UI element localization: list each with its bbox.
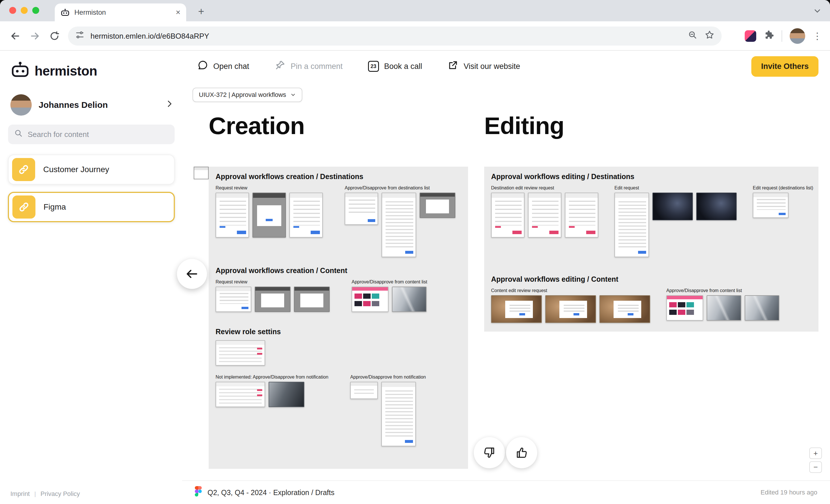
screen-thumbnail-photo-gray[interactable] <box>707 295 741 321</box>
thumbnail-row <box>345 193 455 257</box>
cluster-label: Approve/Disapprove from content list <box>352 279 427 285</box>
forward-button[interactable] <box>28 29 42 43</box>
screen-thumbnail-cat[interactable] <box>491 295 542 323</box>
screen-thumbnail-dark-modal[interactable] <box>252 193 286 238</box>
screen-thumbnail-table-wide[interactable] <box>216 340 265 366</box>
user-profile-row[interactable]: Johannes Delion <box>10 94 174 116</box>
screen-thumbnail-wide-form[interactable] <box>753 193 789 218</box>
footer-link-privacy-policy[interactable]: Privacy Policy <box>40 490 80 498</box>
sidebar-items: Customer JourneyFigma <box>8 155 174 222</box>
workflow-group: Approval workflows creation / ContentReq… <box>216 266 461 312</box>
figma-page-selector[interactable]: UIUX-372 | Approval workflows <box>193 88 302 102</box>
screen-thumbnail-browser-form-pink[interactable] <box>565 193 598 238</box>
screen-thumbnail-table-wide[interactable] <box>216 382 265 407</box>
screen-thumbnail-cat[interactable] <box>600 295 650 323</box>
screen-thumbnail-mini-window[interactable] <box>350 382 378 399</box>
url-text[interactable]: hermiston.emlen.io/d/e6BO84aRPY <box>91 32 682 41</box>
thumbs-up-button[interactable] <box>506 437 537 468</box>
chevron-right-icon[interactable] <box>165 99 174 111</box>
extensions-puzzle-icon[interactable] <box>764 30 774 42</box>
zoom-out-button[interactable]: − <box>809 461 822 473</box>
screen-thumbnail-wide-dark[interactable] <box>294 287 330 312</box>
thumb-cluster: Approve/Disapprove from destinations lis… <box>345 185 455 257</box>
toolbar-action-label: Pin a comment <box>291 62 343 71</box>
screen-thumbnail-wide-dark[interactable] <box>255 287 290 312</box>
cluster-label: Approve/Disapprove from content list <box>666 288 779 293</box>
footer-link-imprint[interactable]: Imprint <box>10 490 30 498</box>
screen-thumbnail-browser-form-pink[interactable] <box>528 193 562 238</box>
site-settings-icon[interactable] <box>75 30 85 42</box>
group-title: Approval workflows editing / Destination… <box>491 172 811 181</box>
browser-window: Hermiston × + hermiston.emlen.io/d/e6BO8… <box>0 0 830 504</box>
tab-close-icon[interactable]: × <box>176 8 181 17</box>
screen-thumbnail-photo-gray[interactable] <box>392 287 426 312</box>
thumbnail-row <box>216 287 330 312</box>
thumb-cluster: Request review <box>216 279 330 312</box>
toolbar-action-pin-a-comment[interactable]: Pin a comment <box>275 60 343 73</box>
thumbnail-row <box>350 382 426 446</box>
bookmark-star-icon[interactable] <box>704 30 715 42</box>
screen-thumbnail-grid[interactable] <box>666 295 703 321</box>
cluster-row: Request reviewApprove/Disapprove from de… <box>216 185 461 257</box>
workflow-group: Approval workflows creation / Destinatio… <box>216 172 461 257</box>
close-window-button[interactable] <box>9 7 16 14</box>
thumbs-down-button[interactable] <box>474 437 505 468</box>
screen-thumbnail-form-md[interactable] <box>345 193 378 225</box>
screen-thumbnail-tall-list[interactable] <box>382 193 416 257</box>
edited-timestamp: Edited 19 hours ago <box>761 489 817 496</box>
main-area: Open chatPin a comment23Book a callVisit… <box>182 51 830 504</box>
zoom-in-button[interactable]: + <box>809 447 822 459</box>
toolbar-action-label: Open chat <box>213 62 249 71</box>
sidebar-item-customer-journey[interactable]: Customer Journey <box>8 155 174 185</box>
browser-tab[interactable]: Hermiston × <box>55 3 186 21</box>
pin-icon <box>275 60 286 73</box>
zoom-page-icon[interactable] <box>688 30 697 42</box>
toolbar-action-open-chat[interactable]: Open chat <box>197 60 249 73</box>
browser-profile-avatar[interactable] <box>790 28 805 44</box>
group-title: Review role settins <box>216 327 461 336</box>
screen-thumbnail-grid[interactable] <box>352 287 388 312</box>
thumb-cluster <box>216 340 265 366</box>
toolbar-action-visit-our-website[interactable]: Visit our website <box>448 60 520 73</box>
back-button[interactable] <box>8 29 23 43</box>
search-input[interactable] <box>28 130 169 139</box>
screen-thumbnail-movie-dark[interactable] <box>696 193 737 220</box>
thumb-cluster: Destination edit review request <box>491 185 598 238</box>
screen-thumbnail-photo-gray[interactable] <box>745 295 779 321</box>
tab-search-chevron-icon[interactable] <box>810 4 824 18</box>
screen-thumbnail-photo-dark-wide[interactable] <box>268 382 304 407</box>
address-omnibox[interactable]: hermiston.emlen.io/d/e6BO84aRPY <box>68 27 722 45</box>
cluster-row: Request reviewApprove/Disapprove from co… <box>216 279 461 312</box>
minimize-window-button[interactable] <box>21 7 28 14</box>
content-search <box>8 125 174 144</box>
section-heading-creation: Creation <box>209 112 305 140</box>
screen-thumbnail-browser-form[interactable] <box>216 193 249 238</box>
browser-action-icons: ⋮ <box>745 21 830 51</box>
browser-menu-icon[interactable]: ⋮ <box>813 31 822 41</box>
thumbnail-row <box>352 287 427 312</box>
sidebar-item-figma[interactable]: Figma <box>8 192 174 222</box>
screen-thumbnail-movie-dark[interactable] <box>652 193 693 220</box>
thumbnail-row <box>216 193 323 238</box>
favicon-robot-icon <box>61 8 70 17</box>
user-name: Johannes Delion <box>39 100 158 110</box>
workflow-group: Review role settins <box>216 327 461 366</box>
new-tab-button[interactable]: + <box>194 4 209 19</box>
invite-others-button[interactable]: Invite Others <box>751 56 819 77</box>
screen-thumbnail-tall-list[interactable] <box>381 382 416 446</box>
toolbar-action-book-a-call[interactable]: 23Book a call <box>368 61 422 72</box>
fullscreen-window-button[interactable] <box>32 7 39 14</box>
thumbnail-row <box>614 193 737 257</box>
thumb-cluster: Not implemented: Approve/Disapprove from… <box>216 374 328 407</box>
screen-thumbnail-tall-list[interactable] <box>614 193 649 257</box>
app-root: hermiston Johannes Delion Customer Journ… <box>0 51 830 504</box>
back-button-floating[interactable] <box>177 259 207 289</box>
screen-thumbnail-cat[interactable] <box>545 295 596 323</box>
screen-thumbnail-browser-form[interactable] <box>289 193 323 238</box>
reload-button[interactable] <box>47 29 62 43</box>
screen-thumbnail-wide-dark[interactable] <box>420 193 455 218</box>
screen-thumbnail-browser-form-pink[interactable] <box>491 193 524 238</box>
screen-thumbnail-wide-form[interactable] <box>216 287 251 312</box>
search-icon <box>14 129 23 140</box>
extension-icon[interactable] <box>745 30 756 42</box>
